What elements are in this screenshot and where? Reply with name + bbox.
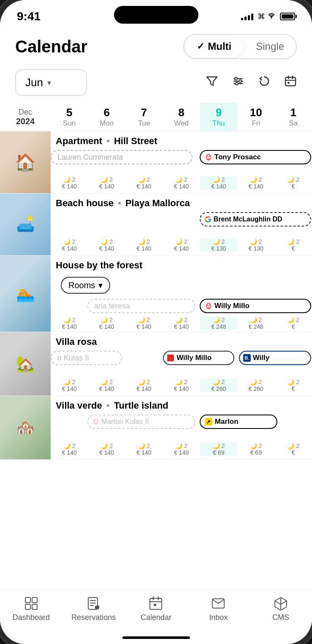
separator: • — [118, 198, 121, 208]
property-location: Turtle island — [114, 400, 168, 411]
chevron-down-icon: ▾ — [47, 78, 51, 87]
toolbar: Jun ▾ — [0, 66, 312, 103]
day-name: Fri — [238, 119, 274, 128]
property-content-beach: Beach house • Playa Mallorca Brent McLau… — [51, 194, 312, 255]
cell-2: 🌙 2€ 140 — [88, 379, 125, 392]
cell-6: 🌙 2€ 260 — [237, 379, 274, 392]
view-toggle[interactable]: ✓ Multi Single — [183, 34, 297, 59]
booking-bar-marlon[interactable]: ↗ Marlon — [200, 415, 277, 429]
status-time: 9:41 — [17, 10, 41, 23]
day-num: 1 — [276, 106, 311, 119]
apartment-bookings: Lauren Cummerata Tony Prosacc 🌙 2 € 140 — [51, 149, 312, 193]
booking-bar-brent[interactable]: Brent McLaughlin DD — [200, 212, 311, 226]
booking-bar-b-willy[interactable]: B. Willy — [239, 351, 311, 365]
rooms-dropdown[interactable]: Rooms ▾ — [61, 277, 110, 294]
property-content-apartment: Apartment • Hill Street Lauren Cummerata… — [51, 131, 312, 193]
day-num-today: 9 — [201, 106, 236, 119]
day-num: 8 — [163, 106, 199, 119]
nav-item-inbox[interactable]: Inbox — [187, 596, 250, 622]
property-row-beach: Beach house • Playa Mallorca Brent McLau… — [0, 194, 312, 256]
single-label: Single — [256, 41, 284, 52]
booking-bar-kulas-rosa[interactable]: n Kulas II — [51, 351, 122, 365]
phone-frame: 9:41 ⌘ Calendar ✓ Multi Si — [0, 0, 312, 644]
month-selector[interactable]: Jun ▾ — [15, 69, 87, 96]
property-content-villa-verde: Villa verde • Turtle island Marlon Kulas… — [51, 396, 312, 459]
nav-item-cms[interactable]: CMS — [250, 596, 312, 622]
property-name-beach: Beach house • Playa Mallorca — [51, 194, 312, 211]
page-title: Calendar — [15, 37, 87, 56]
cell-2: 🌙 2€ 140 — [88, 238, 125, 252]
home-indicator — [122, 636, 190, 639]
check-icon: ✓ — [197, 41, 204, 52]
booking-bar-willy-booking[interactable]: Willy Millo — [163, 351, 234, 365]
cell-1: 🌙 2€ 140 — [51, 238, 88, 252]
filter-icon[interactable] — [206, 75, 218, 90]
cell-3: 🌙 2€ 140 — [125, 317, 163, 330]
tony-name: Tony Prosacc — [214, 153, 261, 161]
property-name-villa-verde: Villa verde • Turtle island — [51, 396, 312, 414]
refresh-icon[interactable] — [258, 75, 271, 90]
property-title: House by the forest — [56, 260, 142, 270]
cell-1: 🌙 2€ 140 — [51, 317, 88, 330]
b-willy-name: Willy — [253, 354, 270, 362]
cell-1: 🌙 2 € 140 — [51, 176, 88, 190]
svg-rect-14 — [25, 604, 30, 609]
villa-verde-bookings: Marlon Kulas II ↗ Marlon 🌙 2€ 140 🌙 2€ 1… — [51, 414, 312, 459]
inbox-icon — [211, 596, 225, 611]
multi-toggle-btn[interactable]: ✓ Multi — [185, 35, 243, 57]
cell-7: 🌙 2€ — [275, 317, 312, 330]
nav-item-reservations[interactable]: Reservations — [62, 596, 125, 622]
signal-bars-icon — [241, 13, 253, 20]
kulas-name: n Kulas II — [57, 354, 89, 363]
property-title: Villa verde — [56, 400, 102, 411]
cell-4: 🌙 2€ 140 — [163, 317, 200, 330]
single-toggle-btn[interactable]: Single — [244, 35, 296, 58]
booking-bar-lauren[interactable]: Lauren Cummerata — [51, 150, 193, 164]
booking-bar-aria[interactable]: aria téresa — [87, 299, 195, 313]
cell-3: 🌙 2€ 140 — [125, 238, 163, 252]
day-header-thu: 9 Thu — [200, 103, 237, 131]
property-thumb-villa-rosa — [0, 332, 51, 396]
marlon-kulas-name: Marlon Kulas II — [101, 418, 149, 426]
forest-bookings: aria téresa Willy Millo 🌙 2€ 140 🌙 2€ 14… — [51, 298, 312, 332]
cell-3: 🌙 2€ 140 — [125, 379, 163, 392]
nav-item-calendar[interactable]: Calendar — [125, 596, 187, 622]
calendar-icon[interactable] — [284, 75, 297, 90]
cell-6: 🌙 2€ 248 — [237, 317, 274, 330]
nav-item-dashboard[interactable]: Dashboard — [0, 596, 62, 622]
rooms-dropdown-container: Rooms ▾ — [51, 273, 312, 298]
cell-2: 🌙 2€ 140 — [88, 317, 125, 330]
day-header-fri: 10 Fri — [237, 103, 274, 131]
day-num: 10 — [238, 106, 274, 119]
price-cells-apartment: 🌙 2 € 140 🌙 2 € 140 🌙 2 € 140 🌙 2 — [51, 176, 312, 190]
header: Calendar ✓ Multi Single — [0, 25, 312, 66]
nav-label-inbox: Inbox — [209, 613, 228, 622]
booking-bar-willy-forest[interactable]: Willy Millo — [200, 299, 311, 313]
cell-4: 🌙 2€ 140 — [163, 442, 200, 456]
cell-7: 🌙 2€ — [275, 442, 312, 456]
nav-label-reservations: Reservations — [71, 613, 116, 622]
svg-rect-20 — [95, 606, 99, 609]
cell-7: 🌙 2€ — [275, 379, 312, 392]
svg-point-4 — [235, 77, 237, 80]
property-location: Playa Mallorca — [125, 198, 190, 208]
booking-bar-marlon-kulas[interactable]: Marlon Kulas II — [87, 415, 195, 429]
day-header-sat: 1 Sa — [275, 103, 312, 131]
dynamic-island — [114, 6, 198, 24]
cell-4: 🌙 2 € 140 — [163, 176, 200, 190]
cell-6: 🌙 2€ 69 — [237, 442, 274, 456]
property-row-forest: House by the forest Rooms ▾ aria téresa — [0, 256, 312, 332]
svg-rect-7 — [285, 77, 296, 86]
booking-bar-tony[interactable]: Tony Prosacc — [200, 150, 311, 164]
calendar-nav-icon — [149, 596, 163, 611]
adjust-icon[interactable] — [232, 75, 244, 90]
cell-5: 🌙 2€ 130 — [200, 238, 237, 252]
price-cells-forest: 🌙 2€ 140 🌙 2€ 140 🌙 2€ 140 🌙 2€ 140 🌙 2€… — [51, 317, 312, 330]
separator: • — [106, 400, 110, 411]
rooms-label: Rooms — [68, 281, 95, 290]
nav-label-cms: CMS — [272, 613, 289, 622]
cell-7: 🌙 2 € — [275, 176, 312, 190]
day-name: Wed — [163, 119, 199, 128]
cell-6: 🌙 2€ 130 — [237, 238, 274, 252]
aria-name: aria téresa — [94, 302, 130, 311]
